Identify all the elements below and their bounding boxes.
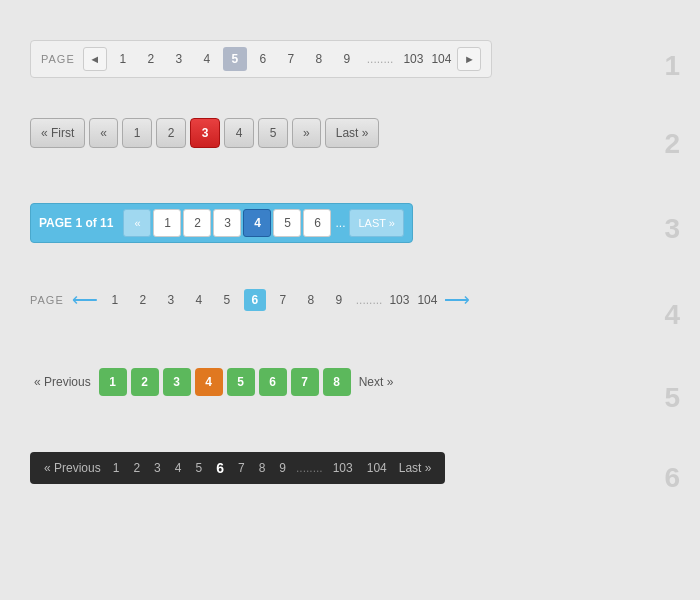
pag4-page-4[interactable]: 4 — [188, 289, 210, 311]
pag5-page-6[interactable]: 6 — [259, 368, 287, 396]
pag4-next-arrow[interactable]: ⟶ — [444, 289, 470, 311]
section-6-label: 6 — [664, 462, 680, 494]
pag4-dots: ........ — [356, 293, 383, 307]
pag2-first-button[interactable]: « First — [30, 118, 85, 148]
pag1-page-103[interactable]: 103 — [401, 47, 425, 71]
pag5-prev-button[interactable]: « Previous — [30, 371, 95, 393]
pag3-page-5[interactable]: 5 — [273, 209, 301, 237]
pag4-page-5[interactable]: 5 — [216, 289, 238, 311]
pag3-page-4[interactable]: 4 — [243, 209, 271, 237]
pag4-page-3[interactable]: 3 — [160, 289, 182, 311]
pag1-page-3[interactable]: 3 — [167, 47, 191, 71]
pag3-page-2[interactable]: 2 — [183, 209, 211, 237]
pag4-prev-arrow[interactable]: ⟵ — [72, 289, 98, 311]
pagination-4: PAGE ⟵ 1 2 3 4 5 6 7 8 9 ........ 103 10… — [30, 289, 470, 311]
pag1-page-6[interactable]: 6 — [251, 47, 275, 71]
pag6-page-4[interactable]: 4 — [171, 461, 186, 475]
pag3-last-button[interactable]: LAST » — [349, 209, 404, 237]
pag3-label: PAGE 1 of 11 — [39, 216, 113, 230]
section-5-label: 5 — [664, 382, 680, 414]
pag4-label: PAGE — [30, 294, 64, 306]
pag6-page-6[interactable]: 6 — [212, 460, 228, 476]
pag4-page-6[interactable]: 6 — [244, 289, 266, 311]
pag6-page-7[interactable]: 7 — [234, 461, 249, 475]
pag1-dots: ........ — [363, 52, 398, 66]
pag5-page-2[interactable]: 2 — [131, 368, 159, 396]
pag6-page-5[interactable]: 5 — [191, 461, 206, 475]
section-3-label: 3 — [664, 213, 680, 245]
pag2-page-5[interactable]: 5 — [258, 118, 288, 148]
pag4-page-104[interactable]: 104 — [416, 289, 438, 311]
pag1-next-button[interactable]: ► — [457, 47, 481, 71]
pag5-page-1[interactable]: 1 — [99, 368, 127, 396]
pag6-dots: ........ — [296, 461, 323, 475]
pag2-page-3[interactable]: 3 — [190, 118, 220, 148]
pag6-page-1[interactable]: 1 — [109, 461, 124, 475]
pag3-page-1[interactable]: 1 — [153, 209, 181, 237]
section-4-label: 4 — [664, 299, 680, 331]
pag1-prev-button[interactable]: ◄ — [83, 47, 107, 71]
pag1-page-8[interactable]: 8 — [307, 47, 331, 71]
pagination-5: « Previous 1 2 3 4 5 6 7 8 Next » — [30, 368, 397, 396]
pag6-page-3[interactable]: 3 — [150, 461, 165, 475]
pag4-page-9[interactable]: 9 — [328, 289, 350, 311]
pag2-page-2[interactable]: 2 — [156, 118, 186, 148]
pag6-page-8[interactable]: 8 — [255, 461, 270, 475]
pag5-page-7[interactable]: 7 — [291, 368, 319, 396]
pagination-6: « Previous 1 2 3 4 5 6 7 8 9 ........ 10… — [30, 452, 445, 484]
pag1-page-7[interactable]: 7 — [279, 47, 303, 71]
pag2-next-button[interactable]: » — [292, 118, 321, 148]
pag6-page-104[interactable]: 104 — [363, 461, 391, 475]
pag6-page-103[interactable]: 103 — [329, 461, 357, 475]
pag1-page-1[interactable]: 1 — [111, 47, 135, 71]
pag1-page-104[interactable]: 104 — [429, 47, 453, 71]
pag3-page-6[interactable]: 6 — [303, 209, 331, 237]
pag6-page-2[interactable]: 2 — [129, 461, 144, 475]
section-1-label: 1 — [664, 50, 680, 82]
pag4-page-103[interactable]: 103 — [388, 289, 410, 311]
pag4-page-7[interactable]: 7 — [272, 289, 294, 311]
pag6-last-button[interactable]: Last » — [397, 461, 434, 475]
pagination-2: « First « 1 2 3 4 5 » Last » — [30, 118, 379, 148]
pag1-page-9[interactable]: 9 — [335, 47, 359, 71]
pag5-page-4[interactable]: 4 — [195, 368, 223, 396]
pag5-next-button[interactable]: Next » — [355, 371, 398, 393]
pag2-page-4[interactable]: 4 — [224, 118, 254, 148]
pag6-page-9[interactable]: 9 — [275, 461, 290, 475]
pag5-page-3[interactable]: 3 — [163, 368, 191, 396]
pag4-page-2[interactable]: 2 — [132, 289, 154, 311]
pag1-label: PAGE — [41, 53, 75, 65]
pag2-prev-button[interactable]: « — [89, 118, 118, 148]
pag3-prev-button[interactable]: « — [123, 209, 151, 237]
section-2-label: 2 — [664, 128, 680, 160]
pag4-page-1[interactable]: 1 — [104, 289, 126, 311]
pag3-dots: ... — [333, 216, 347, 230]
pag1-page-2[interactable]: 2 — [139, 47, 163, 71]
pagination-3: PAGE 1 of 11 « 1 2 3 4 5 6 ... LAST » — [30, 203, 413, 243]
pagination-1: PAGE ◄ 1 2 3 4 5 6 7 8 9 ........ 103 10… — [30, 40, 492, 78]
pag5-page-5[interactable]: 5 — [227, 368, 255, 396]
pag3-page-3[interactable]: 3 — [213, 209, 241, 237]
pag1-page-5[interactable]: 5 — [223, 47, 247, 71]
pag6-prev-button[interactable]: « Previous — [42, 461, 103, 475]
pag2-page-1[interactable]: 1 — [122, 118, 152, 148]
pag4-page-8[interactable]: 8 — [300, 289, 322, 311]
pag2-last-button[interactable]: Last » — [325, 118, 380, 148]
pag1-page-4[interactable]: 4 — [195, 47, 219, 71]
pag5-page-8[interactable]: 8 — [323, 368, 351, 396]
